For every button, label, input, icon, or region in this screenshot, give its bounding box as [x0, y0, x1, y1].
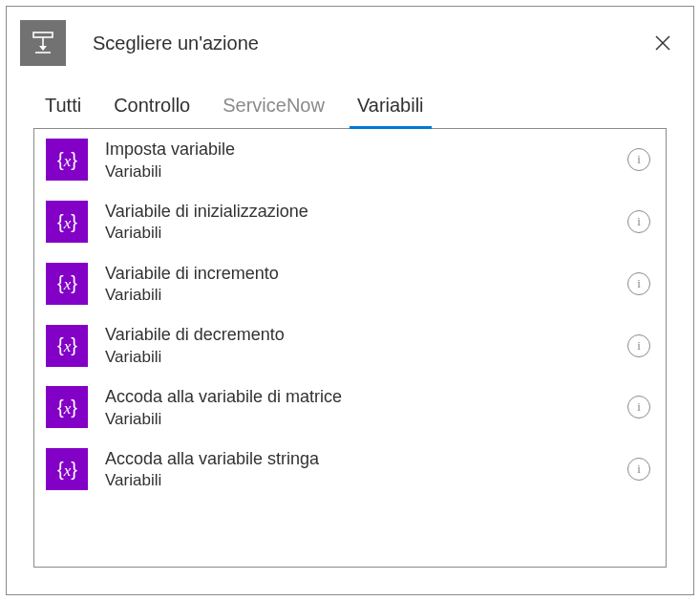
choose-action-dialog: Scegliere un'azione Tutti Controllo Serv… — [6, 6, 694, 595]
action-subtitle: Variabili — [105, 470, 627, 490]
action-subtitle: Variabili — [105, 285, 627, 305]
close-icon — [654, 34, 671, 52]
actions-list: {x} Imposta variabile Variabili i {x} Va… — [33, 128, 667, 568]
info-icon[interactable]: i — [627, 396, 650, 419]
action-item[interactable]: {x} Variabile di inizializzazione Variab… — [34, 191, 666, 253]
action-title: Variabile di incremento — [105, 263, 627, 285]
action-title: Accoda alla variabile stringa — [105, 448, 627, 470]
action-title: Imposta variabile — [105, 139, 627, 161]
action-title: Variabile di inizializzazione — [105, 201, 627, 223]
action-subtitle: Variabili — [105, 347, 627, 367]
variable-icon: {x} — [46, 448, 88, 490]
action-item[interactable]: {x} Variabile di incremento Variabili i — [34, 253, 666, 315]
action-text: Imposta variabile Variabili — [105, 139, 627, 182]
action-item[interactable]: {x} Imposta variabile Variabili i — [34, 129, 666, 191]
action-text: Accoda alla variabile di matrice Variabi… — [105, 386, 627, 429]
action-subtitle: Variabili — [105, 161, 627, 182]
action-title: Accoda alla variabile di matrice — [105, 386, 627, 408]
info-icon[interactable]: i — [627, 458, 650, 481]
action-text: Accoda alla variabile stringa Variabili — [105, 448, 627, 491]
variable-icon: {x} — [46, 325, 88, 367]
action-item[interactable]: {x} Accoda alla variabile di matrice Var… — [34, 376, 666, 439]
action-subtitle: Variabili — [105, 223, 627, 243]
tabs: Tutti Controllo ServiceNow Variabili — [7, 75, 693, 128]
info-icon[interactable]: i — [627, 334, 650, 357]
action-item[interactable]: {x} Variabile di decremento Variabili i — [34, 314, 666, 376]
dialog-header-icon — [20, 20, 66, 66]
info-icon[interactable]: i — [627, 210, 650, 233]
action-subtitle: Variabili — [105, 409, 627, 429]
close-button[interactable] — [649, 30, 676, 56]
svg-rect-0 — [33, 32, 53, 37]
info-icon[interactable]: i — [627, 272, 650, 295]
action-title: Variabile di decremento — [105, 324, 627, 346]
variable-icon: {x} — [46, 386, 88, 428]
tab-tutti[interactable]: Tutti — [32, 87, 95, 128]
action-text: Variabile di inizializzazione Variabili — [105, 201, 627, 244]
tab-controllo[interactable]: Controllo — [100, 87, 203, 128]
dialog-header: Scegliere un'azione — [7, 7, 693, 75]
tab-servicenow[interactable]: ServiceNow — [209, 87, 338, 128]
variable-icon: {x} — [46, 139, 88, 181]
variable-icon: {x} — [46, 201, 88, 243]
variable-icon: {x} — [46, 263, 88, 305]
dialog-title: Scegliere un'azione — [93, 32, 649, 54]
svg-marker-2 — [39, 46, 47, 51]
action-item[interactable]: {x} Accoda alla variabile stringa Variab… — [34, 439, 666, 501]
info-icon[interactable]: i — [627, 148, 650, 171]
action-text: Variabile di decremento Variabili — [105, 324, 627, 367]
insert-step-icon — [30, 30, 56, 56]
tab-variabili[interactable]: Variabili — [344, 87, 437, 128]
action-text: Variabile di incremento Variabili — [105, 263, 627, 306]
